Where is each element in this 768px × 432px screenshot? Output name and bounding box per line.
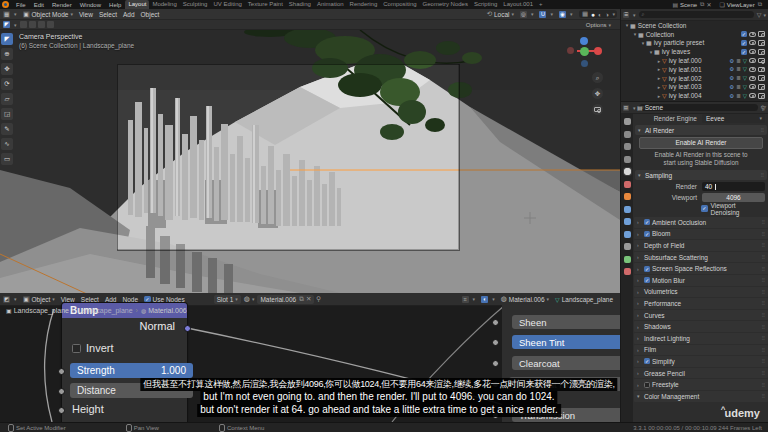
panel-simplify[interactable]: ›✓Simplify⠿: [634, 356, 768, 367]
material-slot-selector[interactable]: Slot 1▾: [214, 295, 241, 304]
menu-view[interactable]: View: [76, 11, 96, 18]
unlink-material-icon[interactable]: ✕: [306, 295, 311, 303]
editor-type-button[interactable]: ▦▾: [0, 11, 20, 18]
camera-render-icon[interactable]: [758, 84, 765, 90]
panel-motion-blur[interactable]: ›✓Motion Blur⠿: [634, 275, 768, 286]
workspace-tab-compositing[interactable]: Compositing: [380, 0, 419, 9]
active-tool-button[interactable]: ◤▾: [0, 21, 20, 28]
render-engine-select[interactable]: Eevee▾: [702, 114, 765, 123]
modifier-icon[interactable]: ⚙: [729, 58, 734, 64]
outliner-row-ivy-leaves[interactable]: ▾ ▦ ivy leaves ✓: [621, 47, 768, 56]
mesh-data-icon[interactable]: ▽: [743, 84, 747, 90]
tab-scene[interactable]: [624, 168, 631, 175]
camera-render-icon[interactable]: [758, 31, 765, 37]
eye-icon[interactable]: [749, 58, 756, 63]
panel-performance[interactable]: ›Performance⠿: [634, 298, 768, 309]
tool-move[interactable]: ✥: [1, 63, 13, 75]
collection-checkbox[interactable]: ✓: [741, 49, 748, 56]
tab-world[interactable]: [624, 181, 631, 188]
modifier-icon[interactable]: ⚙: [729, 93, 734, 99]
shader-menu-add[interactable]: Add: [102, 296, 120, 303]
shader-menu-view[interactable]: View: [58, 296, 78, 303]
panel-ai-render[interactable]: ▾AI Render⠿: [635, 125, 767, 135]
bump-distance-socket[interactable]: [58, 388, 65, 395]
overlay-toggle-icon[interactable]: ◐▾: [478, 296, 498, 303]
workspace-tab-animation[interactable]: Animation: [314, 0, 347, 9]
unlink-scene-icon[interactable]: ✕: [706, 1, 711, 8]
mesh-data-icon[interactable]: ▽: [743, 66, 747, 72]
bump-strength-slider[interactable]: Strength 1.000: [70, 363, 193, 378]
menu-window[interactable]: Window: [76, 2, 105, 8]
socket-clearcoat[interactable]: [492, 360, 499, 367]
tab-output[interactable]: [624, 143, 631, 150]
gizmo-z-axis[interactable]: [580, 37, 588, 45]
mode-selector[interactable]: ▣Object Mode▾: [20, 11, 76, 18]
shader-menu-select[interactable]: Select: [78, 296, 102, 303]
collection-checkbox[interactable]: ✓: [741, 31, 748, 38]
workspace-add-button[interactable]: +: [536, 0, 546, 9]
outliner-row-ivy-leaf-003[interactable]: ▸ ▽ ivy leaf.003 ⚙≣▽: [621, 83, 768, 92]
particles-icon[interactable]: ≣: [736, 93, 741, 99]
tab-modifiers[interactable]: [624, 206, 631, 213]
options-button[interactable]: Options▾: [583, 22, 614, 28]
proportional-edit-toggle[interactable]: ◉▾: [556, 11, 576, 18]
particles-icon[interactable]: ≣: [736, 58, 741, 64]
fake-user-icon[interactable]: ⧉: [299, 295, 304, 303]
pin-icon[interactable]: ⚲: [761, 104, 765, 111]
workspace-tab-layout-001[interactable]: Layout.001: [500, 0, 536, 9]
gizmo-x-neg-axis[interactable]: [567, 47, 574, 54]
outliner-row-ivy-leaf-000[interactable]: ▸ ▽ ivy leaf.000 ⚙≣▽: [621, 56, 768, 65]
camera-view-icon[interactable]: [592, 104, 603, 115]
particles-icon[interactable]: ≣: [736, 84, 741, 90]
outliner-filter-icon[interactable]: ▽: [757, 11, 762, 18]
shading-dropdown-icon[interactable]: ▾: [612, 11, 615, 17]
invert-checkbox[interactable]: [72, 344, 81, 353]
panel-volumetrics[interactable]: ›Volumetrics⠿: [634, 287, 768, 298]
bsdf-input-clearcoat[interactable]: Clearcoat: [512, 356, 620, 370]
eye-icon[interactable]: [749, 76, 756, 81]
camera-render-icon[interactable]: [758, 58, 765, 64]
zoom-icon[interactable]: ⌕: [592, 72, 603, 83]
workspace-tab-uv-editing[interactable]: UV Editing: [210, 0, 244, 9]
snapping-icon[interactable]: ⌗▾: [459, 296, 479, 303]
tool-add-cube[interactable]: ▭: [1, 153, 13, 165]
camera-render-icon[interactable]: [758, 49, 765, 55]
properties-editor-type[interactable]: ▤: [623, 105, 629, 111]
camera-render-icon[interactable]: [758, 93, 765, 99]
tab-particles[interactable]: [624, 218, 631, 225]
tool-option-2[interactable]: [29, 21, 36, 28]
tab-object[interactable]: [624, 193, 631, 200]
modifier-icon[interactable]: ⚙: [729, 75, 734, 81]
collection-checkbox[interactable]: ✓: [741, 40, 748, 47]
enable-ai-render-button[interactable]: Enable AI Render: [639, 137, 763, 149]
camera-render-icon[interactable]: [758, 67, 765, 73]
menu-select[interactable]: Select: [96, 11, 120, 18]
viewport-denoising-checkbox[interactable]: ✓: [701, 205, 708, 212]
eye-icon[interactable]: [749, 32, 756, 37]
tab-constraints[interactable]: [624, 243, 631, 250]
panel-curves[interactable]: ›Curves⠿: [634, 310, 768, 321]
workspace-tab-layout[interactable]: Layout: [125, 0, 149, 9]
panel-grease-pencil[interactable]: ›Grease Pencil⠿: [634, 368, 768, 379]
outliner-display-mode[interactable]: ☰: [623, 12, 629, 18]
mesh-data-icon[interactable]: ▽: [743, 75, 747, 81]
camera-render-icon[interactable]: [758, 75, 765, 81]
particles-icon[interactable]: ≣: [736, 66, 741, 72]
use-nodes-toggle[interactable]: ✓Use Nodes: [141, 296, 188, 303]
outliner-row-collection[interactable]: ▾ ▦ Collection ✓: [621, 30, 768, 39]
panel-sampling[interactable]: ▾Sampling⠿: [635, 170, 767, 180]
new-viewlayer-icon[interactable]: ⧉: [758, 1, 762, 8]
camera-render-icon[interactable]: [758, 40, 765, 46]
workspace-tab-modeling[interactable]: Modeling: [149, 0, 179, 9]
shader-mode-selector[interactable]: ▣Object▾: [20, 296, 58, 303]
tool-annotate[interactable]: ✎: [1, 123, 13, 135]
panel-subsurface-scattering[interactable]: ›Subsurface Scattering⠿: [634, 252, 768, 263]
workspace-tab-geometry-nodes[interactable]: Geometry Nodes: [420, 0, 471, 9]
panel-depth-of-field[interactable]: ›Depth of Field⠿: [634, 240, 768, 251]
eye-icon[interactable]: [749, 93, 756, 98]
tool-option-1[interactable]: [20, 21, 27, 28]
shading-rendered-icon[interactable]: ◑: [604, 11, 611, 18]
workspace-tab-shading[interactable]: Shading: [286, 0, 314, 9]
shading-solid-icon[interactable]: ●: [590, 11, 597, 18]
outliner-mode-dropdown-icon[interactable]: ▾: [633, 12, 636, 18]
